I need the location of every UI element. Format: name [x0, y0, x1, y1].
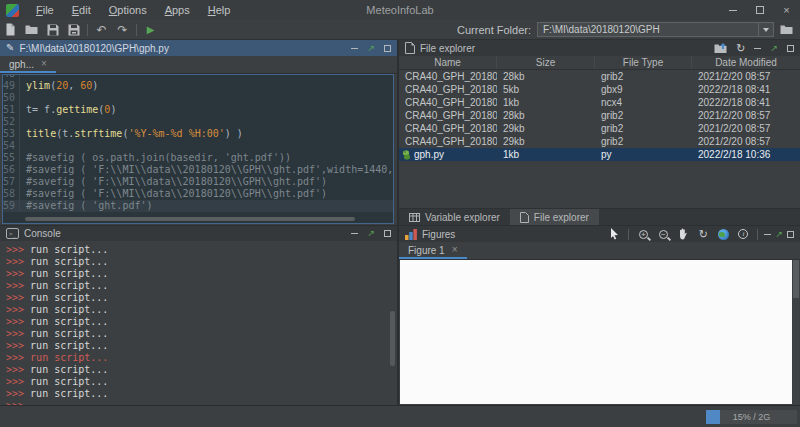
- rotate-button[interactable]: ↻: [695, 227, 711, 241]
- figure-1-tab[interactable]: Figure 1 ×: [399, 241, 467, 259]
- figures-scrollbar[interactable]: [793, 260, 799, 404]
- zoom-in-icon: +: [639, 230, 648, 239]
- browse-folder-button[interactable]: [780, 24, 793, 35]
- zoom-in-button[interactable]: +: [635, 227, 651, 241]
- window-minimize-button[interactable]: [719, 0, 746, 20]
- figure-canvas[interactable]: [400, 260, 792, 404]
- column-header-datemodified[interactable]: Date Modified: [692, 56, 800, 69]
- console-prompt: >>>: [6, 304, 30, 315]
- run-icon: ▶: [147, 25, 155, 35]
- zoom-out-button[interactable]: −: [655, 227, 671, 241]
- panel-float-icon[interactable]: ↗: [367, 229, 375, 238]
- cell-name: CRA40_GPH_2018012...: [399, 123, 497, 134]
- parent-folder-button[interactable]: [714, 43, 727, 54]
- editor-horizontal-scrollbar[interactable]: [25, 217, 355, 221]
- console-text: run script...: [30, 292, 108, 303]
- panel-float-icon[interactable]: ↗: [770, 44, 778, 53]
- redo-button[interactable]: ↷: [112, 21, 133, 39]
- menu-file[interactable]: File: [27, 0, 63, 20]
- console-prompt: >>>: [6, 316, 30, 327]
- pan-button[interactable]: [675, 227, 691, 241]
- panel-minimize-icon[interactable]: [764, 234, 771, 235]
- editor-tab-gph[interactable]: gph... ×: [0, 55, 56, 73]
- menu-apps[interactable]: Apps: [156, 0, 199, 20]
- file-table-header: Name Size File Type Date Modified: [399, 56, 800, 70]
- toolbar-separator: [87, 24, 88, 36]
- line-number: 51: [3, 104, 19, 116]
- line-number: 53: [3, 128, 19, 140]
- file-row-cra40-gph-2018012-[interactable]: CRA40_GPH_2018012...28kbgrib22021/2/20 0…: [399, 109, 800, 122]
- refresh-button[interactable]: ↻: [736, 43, 745, 54]
- cell-filetype: grib2: [595, 71, 692, 82]
- current-folder-combobox[interactable]: F:\MI\data\20180120\GPH: [537, 22, 774, 37]
- cell-name: CRA40_GPH_2018012...: [399, 97, 497, 108]
- cell-filetype: py: [595, 149, 692, 160]
- panel-maximize-icon[interactable]: [384, 230, 391, 237]
- chevron-down-icon: [763, 28, 769, 32]
- line-number: 56: [3, 164, 19, 176]
- cursor-icon: [610, 228, 619, 240]
- panel-minimize-icon[interactable]: [754, 48, 761, 49]
- console-line: >>> run script...: [6, 244, 397, 256]
- variable-explorer-icon: [409, 213, 420, 222]
- panel-maximize-icon[interactable]: [787, 45, 794, 52]
- identify-button[interactable]: i: [735, 227, 751, 241]
- current-folder-value: F:\MI\data\20180120\GPH: [538, 24, 758, 35]
- combobox-dropdown-button[interactable]: [758, 23, 773, 36]
- code-editor[interactable]: 484950515253545556575859 ylim(20, 60) t=…: [2, 74, 394, 224]
- save-button[interactable]: [42, 21, 63, 39]
- menu-edit[interactable]: Edit: [63, 0, 100, 20]
- column-header-name[interactable]: Name: [399, 56, 497, 69]
- panel-maximize-icon[interactable]: [384, 45, 391, 52]
- cell-size: 29kb: [497, 123, 595, 134]
- console-prompt: >>>: [6, 328, 30, 339]
- line-number: 50: [3, 92, 19, 104]
- code-line: #savefig ( 'ght.pdf'): [20, 200, 394, 212]
- run-script-button[interactable]: ▶: [140, 21, 161, 39]
- panel-float-icon[interactable]: ↗: [775, 230, 783, 239]
- save-as-button[interactable]: [63, 21, 84, 39]
- file-row-cra40-gph-2018012-[interactable]: CRA40_GPH_2018012...5kbgbx92022/2/18 08:…: [399, 83, 800, 96]
- panel-maximize-icon[interactable]: [787, 231, 794, 238]
- panel-float-icon[interactable]: ↗: [367, 44, 375, 53]
- globe-button[interactable]: [715, 227, 731, 241]
- console-text: run script...: [30, 340, 108, 351]
- cell-datemodified: 2022/2/18 08:41: [692, 97, 800, 108]
- console-output[interactable]: >>> run script...>>> run script...>>> ru…: [0, 241, 397, 405]
- window-maximize-button[interactable]: [746, 0, 773, 20]
- console-scrollbar[interactable]: [390, 311, 395, 366]
- cell-name: CRA40_GPH_2018012...: [399, 84, 497, 95]
- cell-size: 1kb: [497, 149, 595, 160]
- column-header-filetype[interactable]: File Type: [595, 56, 692, 69]
- memory-indicator[interactable]: 15% / 2G: [706, 410, 797, 424]
- line-number: 59: [3, 200, 19, 212]
- file-row-gph-py[interactable]: gph.py1kbpy2022/2/18 10:36: [399, 148, 800, 161]
- select-cursor-button[interactable]: [606, 227, 622, 241]
- console-line: >>> run script...: [6, 268, 397, 280]
- console-titlebar[interactable]: >_ Console ↗: [0, 226, 397, 241]
- tab-close-icon[interactable]: ×: [452, 245, 458, 255]
- panel-minimize-icon[interactable]: [351, 233, 358, 234]
- file-row-cra40-gph-2018012-[interactable]: CRA40_GPH_2018012...29kbgrib22021/2/20 0…: [399, 122, 800, 135]
- panel-minimize-icon[interactable]: [351, 48, 358, 49]
- file-explorer-titlebar[interactable]: File explorer ↻ ↗: [399, 40, 800, 56]
- undo-button[interactable]: ↶: [91, 21, 112, 39]
- window-close-button[interactable]: ×: [773, 0, 800, 20]
- cell-filetype: grib2: [595, 136, 692, 147]
- open-folder-button[interactable]: [21, 21, 42, 39]
- file-row-cra40-gph-2018012-[interactable]: CRA40_GPH_2018012...1kbncx42022/2/18 08:…: [399, 96, 800, 109]
- scrollbar-thumb[interactable]: [793, 260, 799, 298]
- figures-titlebar[interactable]: Figures + − ↻ i ↗: [399, 226, 800, 242]
- new-file-button[interactable]: [0, 21, 21, 39]
- column-header-size[interactable]: Size: [497, 56, 595, 69]
- tab-variable-explorer[interactable]: Variable explorer: [399, 209, 510, 225]
- tab-close-icon[interactable]: ×: [41, 59, 47, 69]
- menu-help[interactable]: Help: [199, 0, 240, 20]
- file-row-cra40-gph-2018012-[interactable]: CRA40_GPH_2018012...29kbgrib22021/2/20 0…: [399, 135, 800, 148]
- tab-file-explorer[interactable]: File explorer: [510, 209, 599, 225]
- file-row-cra40-gph-2018012-[interactable]: CRA40_GPH_2018012...28kbgrib22021/2/20 0…: [399, 70, 800, 83]
- undo-icon: ↶: [96, 24, 106, 36]
- console-line: >>> run script...: [6, 280, 397, 292]
- editor-titlebar[interactable]: ✎ F:\MI\data\20180120\GPH\gph.py ↗: [0, 40, 397, 56]
- menu-options[interactable]: Options: [100, 0, 156, 20]
